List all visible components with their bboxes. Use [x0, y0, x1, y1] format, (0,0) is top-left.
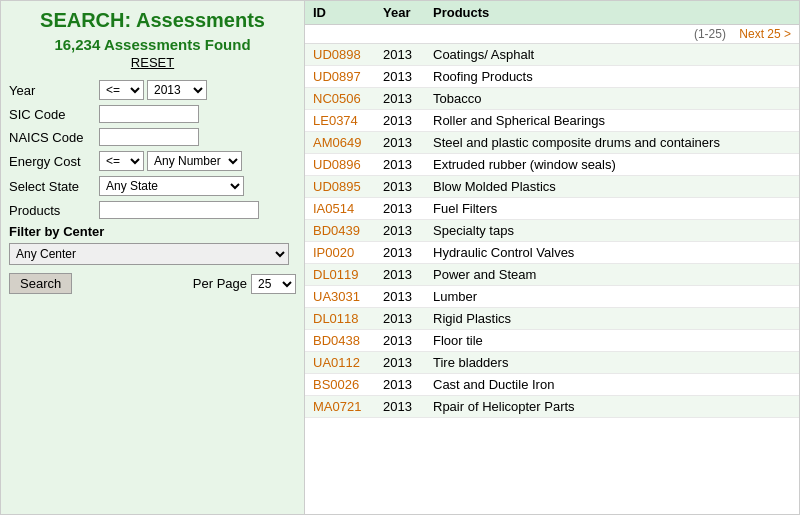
assessment-id-link[interactable]: IA0514 — [313, 201, 354, 216]
results-count: 16,234 Assessments Found — [9, 36, 296, 53]
year-cell: 2013 — [375, 242, 425, 264]
products-cell: Roller and Spherical Bearings — [425, 110, 799, 132]
year-cell: 2013 — [375, 374, 425, 396]
table-row: UD08952013Blow Molded Plastics — [305, 176, 799, 198]
table-row: AM06492013Steel and plastic composite dr… — [305, 132, 799, 154]
products-cell: Extruded rubber (window seals) — [425, 154, 799, 176]
table-row: UA30312013Lumber — [305, 286, 799, 308]
assessment-id-link[interactable]: UD0897 — [313, 69, 361, 84]
products-input[interactable] — [99, 201, 259, 219]
year-operator-select[interactable]: <= >= = — [99, 80, 144, 100]
table-row: IP00202013Hydraulic Control Valves — [305, 242, 799, 264]
state-select[interactable]: Any State Alabama Alaska — [99, 176, 244, 196]
assessment-id-link[interactable]: AM0649 — [313, 135, 361, 150]
products-cell: Tire bladders — [425, 352, 799, 374]
year-label: Year — [9, 83, 99, 98]
products-cell: Rigid Plastics — [425, 308, 799, 330]
table-row: BD04382013Floor tile — [305, 330, 799, 352]
filter-center-label: Filter by Center — [9, 224, 296, 239]
year-cell: 2013 — [375, 220, 425, 242]
per-page-select[interactable]: 25 50 100 — [251, 274, 296, 294]
table-row: DL01182013Rigid Plastics — [305, 308, 799, 330]
assessment-id-link[interactable]: BD0439 — [313, 223, 360, 238]
assessment-id-link[interactable]: DL0119 — [313, 267, 359, 282]
year-cell: 2013 — [375, 308, 425, 330]
pagination-row: (1-25) Next 25 > — [305, 25, 799, 44]
products-cell: Power and Steam — [425, 264, 799, 286]
products-cell: Rpair of Helicopter Parts — [425, 396, 799, 418]
assessment-id-link[interactable]: BD0438 — [313, 333, 360, 348]
year-cell: 2013 — [375, 264, 425, 286]
products-cell: Hydraulic Control Valves — [425, 242, 799, 264]
energy-operator-select[interactable]: <= >= = — [99, 151, 144, 171]
year-cell: 2013 — [375, 352, 425, 374]
assessment-id-link[interactable]: UA3031 — [313, 289, 360, 304]
results-table: ID Year Products (1-25) Next 25 > UD0898… — [305, 1, 799, 418]
products-cell: Specialty taps — [425, 220, 799, 242]
reset-link[interactable]: RESET — [131, 55, 174, 70]
products-label: Products — [9, 203, 99, 218]
assessment-id-link[interactable]: NC0506 — [313, 91, 361, 106]
page-title: SEARCH: Assessments — [9, 9, 296, 32]
table-row: BS00262013Cast and Ductile Iron — [305, 374, 799, 396]
products-cell: Floor tile — [425, 330, 799, 352]
col-year: Year — [375, 1, 425, 25]
products-cell: Tobacco — [425, 88, 799, 110]
year-cell: 2013 — [375, 396, 425, 418]
assessment-id-link[interactable]: BS0026 — [313, 377, 359, 392]
year-value-select[interactable]: 2013 2012 2011 — [147, 80, 207, 100]
table-row: BD04392013Specialty taps — [305, 220, 799, 242]
table-row: UD08972013Roofing Products — [305, 66, 799, 88]
year-cell: 2013 — [375, 198, 425, 220]
year-cell: 2013 — [375, 154, 425, 176]
table-row: DL01192013Power and Steam — [305, 264, 799, 286]
center-select[interactable]: Any Center Center 1 Center 2 — [9, 243, 289, 265]
sic-input[interactable] — [99, 105, 199, 123]
per-page-label: Per Page — [193, 276, 247, 291]
table-row: UD08982013Coatings/ Asphalt — [305, 44, 799, 66]
energy-value-select[interactable]: Any Number 1000 5000 — [147, 151, 242, 171]
year-cell: 2013 — [375, 110, 425, 132]
assessment-id-link[interactable]: UD0898 — [313, 47, 361, 62]
assessment-id-link[interactable]: MA0721 — [313, 399, 361, 414]
col-products: Products — [425, 1, 799, 25]
search-button[interactable]: Search — [9, 273, 72, 294]
year-cell: 2013 — [375, 44, 425, 66]
products-cell: Fuel Filters — [425, 198, 799, 220]
year-cell: 2013 — [375, 330, 425, 352]
table-row: IA05142013Fuel Filters — [305, 198, 799, 220]
table-row: MA07212013Rpair of Helicopter Parts — [305, 396, 799, 418]
products-cell: Coatings/ Asphalt — [425, 44, 799, 66]
naics-input[interactable] — [99, 128, 199, 146]
state-label: Select State — [9, 179, 99, 194]
search-panel: SEARCH: Assessments 16,234 Assessments F… — [0, 0, 305, 515]
products-cell: Steel and plastic composite drums and co… — [425, 132, 799, 154]
table-row: NC05062013Tobacco — [305, 88, 799, 110]
products-cell: Cast and Ductile Iron — [425, 374, 799, 396]
products-cell: Blow Molded Plastics — [425, 176, 799, 198]
energy-cost-label: Energy Cost — [9, 154, 99, 169]
results-panel: ID Year Products (1-25) Next 25 > UD0898… — [305, 0, 800, 515]
assessment-id-link[interactable]: UD0896 — [313, 157, 361, 172]
products-cell: Roofing Products — [425, 66, 799, 88]
year-cell: 2013 — [375, 286, 425, 308]
assessment-id-link[interactable]: UD0895 — [313, 179, 361, 194]
table-row: LE03742013Roller and Spherical Bearings — [305, 110, 799, 132]
table-row: UA01122013Tire bladders — [305, 352, 799, 374]
table-row: UD08962013Extruded rubber (window seals) — [305, 154, 799, 176]
assessment-id-link[interactable]: UA0112 — [313, 355, 360, 370]
col-id: ID — [305, 1, 375, 25]
assessment-id-link[interactable]: LE0374 — [313, 113, 358, 128]
naics-label: NAICS Code — [9, 130, 99, 145]
products-cell: Lumber — [425, 286, 799, 308]
year-cell: 2013 — [375, 132, 425, 154]
next-page-link[interactable]: Next 25 > — [739, 27, 791, 41]
pagination-info: (1-25) — [694, 27, 726, 41]
year-cell: 2013 — [375, 88, 425, 110]
year-cell: 2013 — [375, 66, 425, 88]
assessment-id-link[interactable]: IP0020 — [313, 245, 354, 260]
year-cell: 2013 — [375, 176, 425, 198]
assessment-id-link[interactable]: DL0118 — [313, 311, 359, 326]
sic-label: SIC Code — [9, 107, 99, 122]
